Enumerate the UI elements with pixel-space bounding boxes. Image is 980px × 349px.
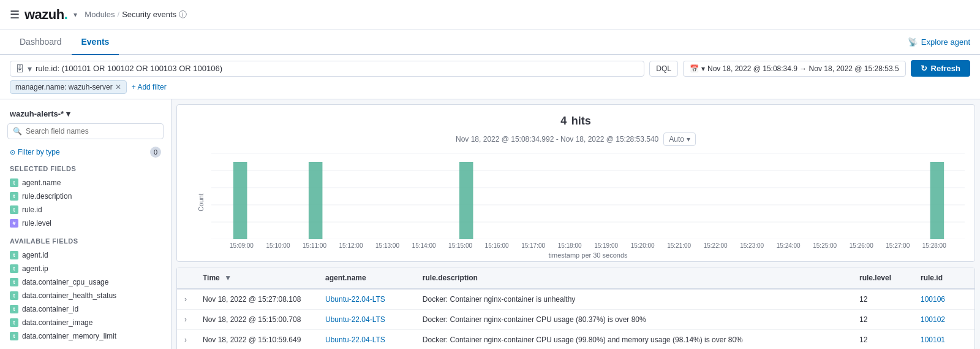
content-area: 4 hits Nov 18, 2022 @ 15:08:34.992 - Nov… [172,99,980,349]
rule-id-link[interactable]: 100106 [921,295,945,304]
filter-type-icon: ⊙ [10,148,15,156]
rule-id-link[interactable]: 100101 [921,336,945,344]
row-expand-button[interactable]: › [184,315,187,324]
field-type-badge: t [10,178,18,187]
logo-caret-icon[interactable]: ▾ [74,10,77,19]
x-tick-label: 15:17:00 [521,242,545,249]
x-tick-label: 15:14:00 [412,242,436,249]
search-field-input[interactable] [26,127,158,136]
x-tick-label: 15:24:00 [777,242,801,249]
explore-agent-label: Explore agent [921,37,970,47]
breadcrumb-current-page: Security events [122,10,176,19]
x-tick-label: 15:12:00 [339,242,363,249]
field-name: data.container_image [22,318,92,327]
auto-interval-select[interactable]: Auto ▾ [663,132,696,146]
field-name: agent.id [22,251,48,259]
field-name: rule.description [22,192,72,201]
available-field-item[interactable]: tdata.container_memory_limit [10,329,161,343]
date-range-text: Nov 18, 2022 @ 15:08:34.9 → Nov 18, 2022… [707,64,899,73]
row-rule-level: 12 [852,330,913,350]
tabs-left: Dashboard Events [10,29,119,54]
active-filter-tag[interactable]: manager.name: wazuh-server ✕ [10,80,127,94]
row-time: Nov 18, 2022 @ 15:27:08.108 [195,289,318,310]
field-name: data.container_id [22,305,78,313]
query-save-icon: 🗄 [15,64,24,74]
selected-field-item[interactable]: trule.description [10,190,161,203]
sidebar-index-caret[interactable]: ▾ [66,109,70,118]
available-fields-list: tagent.idtagent.iptdata.container_cpu_us… [10,248,161,343]
sidebar: wazuh-alerts-* ▾ 🔍 ⊙ Filter by type 0 Se… [0,99,172,349]
agent-name-link[interactable]: Ubuntu-22.04-LTS [325,315,385,324]
available-field-item[interactable]: tdata.container_image [10,316,161,329]
filter-row-secondary: manager.name: wazuh-server ✕ + Add filte… [10,80,970,94]
tab-dashboard[interactable]: Dashboard [10,29,72,55]
selected-field-item[interactable]: trule.id [10,203,161,217]
available-field-item[interactable]: tagent.ip [10,262,161,275]
table-row: › Nov 18, 2022 @ 15:15:00.708 Ubuntu-22.… [177,310,974,330]
breadcrumb: Modules / Security events ⓘ [85,9,187,20]
field-type-badge: t [10,251,18,259]
selected-field-item[interactable]: tagent.name [10,176,161,190]
sidebar-index[interactable]: wazuh-alerts-* ▾ [0,107,171,123]
auto-label: Auto [669,135,684,144]
available-field-item[interactable]: tdata.container_health_status [10,289,161,302]
row-rule-description: Docker: Container nginx-container CPU us… [415,330,852,350]
col-rule-description[interactable]: rule.description [415,267,852,289]
col-time[interactable]: Time ▼ [195,267,318,289]
col-rule-level[interactable]: rule.level [852,267,913,289]
histogram-chart: 0 0.2 0.4 0.6 0.8 1 [211,153,965,239]
chart-panel: 4 hits Nov 18, 2022 @ 15:08:34.992 - Nov… [176,104,975,262]
col-agent-name[interactable]: agent.name [318,267,415,289]
svg-rect-14 [459,162,473,239]
filter-tag-close-icon[interactable]: ✕ [115,83,121,91]
selected-fields-label: Selected fields [10,165,161,172]
refresh-button[interactable]: ↻ Refresh [911,60,970,77]
date-range-picker[interactable]: 📅 ▾ Nov 18, 2022 @ 15:08:34.9 → Nov 18, … [683,61,906,77]
row-rule-id: 100101 [913,330,974,350]
selected-field-item[interactable]: #rule.level [10,217,161,230]
row-expand-cell: › [177,310,195,330]
row-rule-level: 12 [852,310,913,330]
rule-id-link[interactable]: 100102 [921,315,945,324]
chart-date-row: Nov 18, 2022 @ 15:08:34.992 - Nov 18, 20… [187,132,965,146]
hamburger-icon[interactable]: ☰ [10,8,20,21]
page-tabs: Dashboard Events 📡 Explore agent [0,29,980,55]
table-row: › Nov 18, 2022 @ 15:27:08.108 Ubuntu-22.… [177,289,974,310]
available-field-item[interactable]: tdata.container_id [10,302,161,316]
x-tick-label: 15:13:00 [375,242,399,249]
sidebar-index-label: wazuh-alerts-* [10,109,64,118]
field-type-badge: t [10,318,18,327]
available-field-item[interactable]: tdata.container_cpu_usage [10,275,161,289]
main-layout: wazuh-alerts-* ▾ 🔍 ⊙ Filter by type 0 Se… [0,99,980,349]
info-icon[interactable]: ⓘ [179,9,187,20]
x-tick-label: 15:09:00 [230,242,254,249]
chart-x-axis: 15:09:0015:10:0015:11:0015:12:0015:13:00… [211,241,965,249]
row-expand-button[interactable]: › [184,336,187,344]
svg-rect-12 [233,162,247,239]
row-time: Nov 18, 2022 @ 15:15:00.708 [195,310,318,330]
agent-name-link[interactable]: Ubuntu-22.04-LTS [325,336,385,344]
calendar-icon: 📅 [690,64,699,73]
sidebar-search-box[interactable]: 🔍 [7,123,164,139]
breadcrumb-modules[interactable]: Modules [85,10,115,19]
add-filter-button[interactable]: + Add filter [132,83,167,91]
chart-header: 4 hits [187,115,965,128]
agent-name-link[interactable]: Ubuntu-22.04-LTS [325,295,385,304]
explore-agent-button[interactable]: 📡 Explore agent [908,37,970,47]
auto-caret-icon: ▾ [687,135,690,144]
row-expand-button[interactable]: › [184,295,187,304]
field-type-badge: t [10,264,18,273]
row-agent-name: Ubuntu-22.04-LTS [318,289,415,310]
field-name: rule.id [22,205,42,214]
x-tick-label: 15:23:00 [740,242,764,249]
col-rule-id[interactable]: rule.id [913,267,974,289]
x-tick-label: 15:10:00 [266,242,290,249]
hits-count: 4 [560,115,567,127]
dql-button[interactable]: DQL [649,61,678,77]
filter-by-type-button[interactable]: ⊙ Filter by type 0 [0,144,171,160]
query-dropdown-icon[interactable]: ▾ [28,64,32,74]
query-input-box[interactable]: 🗄 ▾ rule.id: (100101 OR 100102 OR 100103… [10,61,644,77]
date-range-icon: ▾ [701,64,705,73]
available-field-item[interactable]: tagent.id [10,248,161,262]
tab-events[interactable]: Events [72,29,119,55]
